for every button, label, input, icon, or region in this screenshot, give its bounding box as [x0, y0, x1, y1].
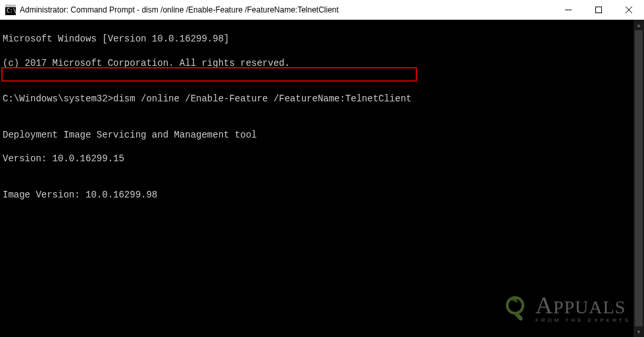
watermark-logo-icon — [500, 294, 530, 324]
console-line: Version: 10.0.16299.15 — [3, 153, 641, 165]
svg-text:C:\: C:\ — [7, 8, 16, 14]
maximize-button[interactable] — [583, 0, 614, 20]
svg-rect-1 — [5, 5, 16, 7]
cmd-icon: C:\ — [5, 5, 16, 15]
minimize-button[interactable] — [553, 0, 583, 20]
scroll-down-arrow[interactable]: ▼ — [633, 326, 644, 337]
console-line: (c) 2017 Microsoft Corporation. All righ… — [3, 57, 641, 69]
svg-rect-4 — [596, 7, 602, 13]
highlight-annotation — [1, 67, 417, 82]
scroll-up-arrow[interactable]: ▲ — [633, 20, 644, 30]
vertical-scrollbar[interactable]: ▲ ▼ — [633, 20, 644, 337]
watermark-brand: APPUALS — [535, 294, 631, 317]
watermark: APPUALS FROM THE EXPERTS — [500, 294, 631, 324]
window-controls — [553, 0, 644, 20]
console-line: Deployment Image Servicing and Managemen… — [3, 129, 641, 141]
console-prompt-line: C:\Windows\system32>dism /online /Enable… — [3, 93, 641, 105]
console-line: Image Version: 10.0.16299.98 — [3, 189, 641, 201]
watermark-text: APPUALS FROM THE EXPERTS — [535, 294, 631, 324]
close-button[interactable] — [614, 0, 644, 20]
watermark-subtitle: FROM THE EXPERTS — [535, 317, 631, 324]
command-prompt-window: C:\ Administrator: Command Prompt - dism… — [0, 0, 644, 337]
console-output[interactable]: Microsoft Windows [Version 10.0.16299.98… — [0, 20, 644, 337]
scrollbar-thumb[interactable] — [635, 30, 643, 326]
titlebar[interactable]: C:\ Administrator: Command Prompt - dism… — [0, 0, 644, 20]
window-title: Administrator: Command Prompt - dism /on… — [20, 5, 553, 14]
console-line: Microsoft Windows [Version 10.0.16299.98… — [3, 33, 641, 45]
